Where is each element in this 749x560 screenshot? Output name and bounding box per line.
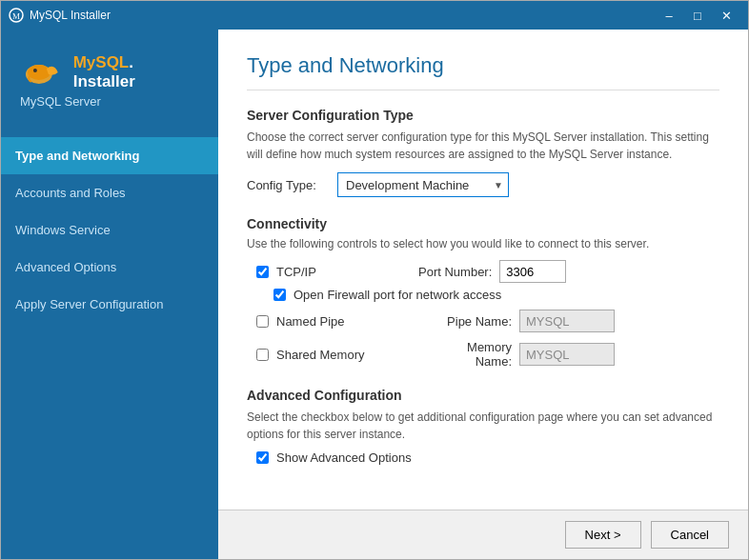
- footer: Next > Cancel: [218, 510, 748, 559]
- config-type-row: Config Type: Development Machine Server …: [247, 172, 719, 197]
- svg-point-4: [33, 69, 37, 72]
- titlebar: M MySQL Installer – □ ✕: [1, 1, 748, 30]
- shared-memory-right: Memory Name:: [435, 340, 615, 369]
- port-number-input[interactable]: [499, 260, 566, 283]
- config-type-select-wrapper: Development Machine Server Machine Dedic…: [337, 172, 509, 197]
- named-pipe-row: Named Pipe Pipe Name:: [256, 310, 719, 332]
- connectivity-title: Connectivity: [247, 216, 719, 231]
- show-advanced-checkbox[interactable]: [256, 451, 269, 464]
- advanced-config-section: Advanced Configuration Select the checkb…: [247, 388, 719, 465]
- port-number-label: Port Number:: [418, 265, 492, 279]
- sidebar-logo: MySQL. Installer MySQL Server: [1, 39, 218, 128]
- sidebar-item-type-and-networking[interactable]: Type and Networking: [1, 137, 218, 174]
- connectivity-section: Connectivity Use the following controls …: [247, 216, 719, 369]
- window-title: MySQL Installer: [30, 9, 655, 22]
- cancel-button[interactable]: Cancel: [651, 521, 729, 549]
- next-button[interactable]: Next >: [565, 521, 641, 549]
- firewall-checkbox[interactable]: [273, 289, 286, 301]
- memory-name-input[interactable]: [519, 343, 615, 366]
- server-config-section: Server Configuration Type Choose the cor…: [247, 108, 719, 197]
- main-panel: Type and Networking Server Configuration…: [218, 30, 748, 559]
- content-area: MySQL. Installer MySQL Server Type and N…: [1, 30, 748, 559]
- window-controls: – □ ✕: [655, 1, 740, 30]
- shared-memory-row: Shared Memory Memory Name:: [256, 340, 719, 369]
- tcp-ip-checkbox[interactable]: [256, 266, 269, 278]
- pipe-name-input[interactable]: [519, 310, 615, 332]
- shared-memory-label: Shared Memory: [276, 348, 391, 362]
- config-type-select[interactable]: Development Machine Server Machine Dedic…: [337, 172, 509, 197]
- advanced-config-title: Advanced Configuration: [247, 388, 719, 403]
- logo-text-block: MySQL. Installer: [73, 53, 199, 92]
- logo-container: MySQL. Installer: [20, 53, 199, 92]
- svg-text:M: M: [12, 11, 20, 21]
- mysql-logo-icon: [20, 55, 66, 90]
- named-pipe-right: Pipe Name:: [435, 310, 615, 332]
- shared-memory-left: Shared Memory: [256, 348, 409, 362]
- show-advanced-label: Show Advanced Options: [276, 450, 412, 465]
- close-button[interactable]: ✕: [712, 1, 740, 30]
- sidebar-subtitle: MySQL Server: [20, 94, 101, 109]
- connectivity-desc: Use the following controls to select how…: [247, 237, 719, 250]
- sidebar: MySQL. Installer MySQL Server Type and N…: [1, 30, 218, 559]
- sidebar-nav: Type and Networking Accounts and Roles W…: [1, 137, 218, 323]
- minimize-button[interactable]: –: [655, 1, 683, 30]
- sidebar-item-advanced-options[interactable]: Advanced Options: [1, 249, 218, 286]
- main-window: M MySQL Installer – □ ✕: [0, 0, 749, 560]
- pipe-name-label: Pipe Name:: [435, 314, 512, 329]
- mysql-titlebar-icon: M: [9, 8, 24, 23]
- named-pipe-label: Named Pipe: [276, 314, 391, 329]
- show-advanced-row: Show Advanced Options: [256, 450, 719, 465]
- named-pipe-left: Named Pipe: [256, 314, 409, 329]
- firewall-row: Open Firewall port for network access: [273, 288, 719, 302]
- config-type-label: Config Type:: [247, 178, 328, 192]
- sidebar-item-apply-server-configuration[interactable]: Apply Server Configuration: [1, 286, 218, 323]
- tcp-ip-label: TCP/IP: [276, 265, 316, 279]
- sidebar-item-windows-service[interactable]: Windows Service: [1, 211, 218, 249]
- shared-memory-checkbox[interactable]: [256, 349, 269, 361]
- memory-name-label: Memory Name:: [435, 340, 512, 369]
- advanced-config-desc: Select the checkbox below to get additio…: [247, 409, 719, 443]
- page-title: Type and Networking: [247, 53, 719, 90]
- server-config-desc: Choose the correct server configuration …: [247, 129, 719, 163]
- main-content: Type and Networking Server Configuration…: [218, 30, 748, 510]
- server-config-title: Server Configuration Type: [247, 108, 719, 123]
- firewall-label: Open Firewall port for network access: [294, 288, 501, 302]
- maximize-button[interactable]: □: [683, 1, 712, 30]
- svg-point-3: [28, 65, 51, 80]
- sidebar-item-accounts-and-roles[interactable]: Accounts and Roles: [1, 174, 218, 211]
- named-pipe-checkbox[interactable]: [256, 315, 269, 328]
